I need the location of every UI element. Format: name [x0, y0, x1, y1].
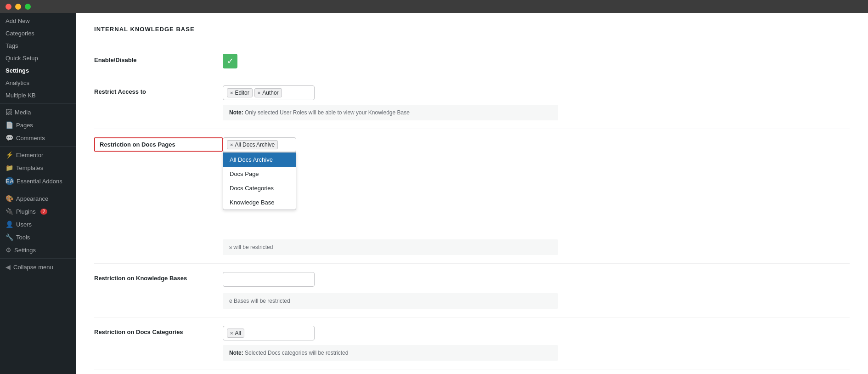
- docs-pages-dropdown-menu: All Docs Archive Docs Page Docs Categori…: [223, 152, 296, 210]
- dropdown-item-knowledge-base[interactable]: Knowledge Base: [223, 195, 296, 210]
- settings-label: Settings: [6, 67, 29, 74]
- users-icon: 👤: [6, 221, 13, 228]
- remove-editor-icon[interactable]: ×: [230, 90, 233, 96]
- sidebar-item-settings[interactable]: Settings: [0, 64, 76, 77]
- remove-author-icon[interactable]: ×: [258, 90, 260, 96]
- sidebar-item-settings2[interactable]: ⚙ Settings: [0, 244, 76, 256]
- remove-all-docs-archive-icon[interactable]: ×: [230, 142, 233, 147]
- dropdown-item-docs-categories-label: Docs Categories: [230, 185, 274, 192]
- tag-all-docs-archive: × All Docs Archive: [227, 140, 278, 149]
- comments-label: Comments: [16, 135, 45, 142]
- analytics-label: Analytics: [6, 79, 29, 86]
- restriction-kb-note: e Bases will be restricted: [223, 293, 558, 309]
- tag-all-docs-archive-label: All Docs Archive: [235, 142, 275, 148]
- plugins-badge: 2: [40, 209, 48, 215]
- sidebar-item-elementor[interactable]: ⚡ Elementor: [0, 148, 76, 161]
- restriction-kb-input[interactable]: [223, 272, 315, 287]
- restriction-kb-row: Restriction on Knowledge Bases e Bases w…: [94, 264, 850, 317]
- essential-addons-icon: EA: [6, 177, 14, 185]
- dropdown-item-all-docs-archive[interactable]: All Docs Archive: [223, 153, 296, 167]
- plugins-label: Plugins: [16, 208, 36, 215]
- docs-pages-note: s will be restricted: [223, 239, 558, 255]
- docs-pages-note-text: s will be restricted: [229, 244, 273, 250]
- dropdown-item-docs-categories[interactable]: Docs Categories: [223, 181, 296, 195]
- dropdown-item-docs-page-label: Docs Page: [230, 170, 259, 177]
- collapse-icon: ◀: [6, 263, 11, 271]
- sidebar: Add New Categories Tags Quick Setup Sett…: [0, 13, 76, 374]
- tags-label: Tags: [6, 42, 18, 49]
- sidebar-item-tags[interactable]: Tags: [0, 40, 76, 52]
- sidebar-item-comments[interactable]: 💬 Comments: [0, 131, 76, 144]
- multiple-kb-label: Multiple KB: [6, 92, 36, 99]
- collapse-label: Collapse menu: [13, 264, 53, 271]
- dropdown-item-knowledge-base-label: Knowledge Base: [230, 199, 275, 206]
- restriction-docs-pages-label: Restriction on Docs Pages: [94, 137, 223, 152]
- note-text: Only selected User Roles will be able to…: [245, 109, 410, 116]
- elementor-label: Elementor: [16, 152, 43, 159]
- sidebar-item-users[interactable]: 👤 Users: [0, 218, 76, 231]
- tag-editor: × Editor: [227, 88, 253, 97]
- tag-author: × Author: [254, 88, 282, 97]
- templates-label: Templates: [16, 164, 43, 171]
- sidebar-item-pages[interactable]: 📄 Pages: [0, 119, 76, 131]
- sidebar-item-categories[interactable]: Categories: [0, 27, 76, 40]
- sidebar-item-multiple-kb[interactable]: Multiple KB: [0, 89, 76, 102]
- note-strong-2: Note:: [229, 350, 243, 356]
- minimize-button[interactable]: [15, 4, 21, 10]
- pages-icon: 📄: [6, 121, 13, 129]
- sidebar-item-collapse[interactable]: ◀ Collapse menu: [0, 261, 76, 273]
- restrict-access-row: Restrict Access to × Editor × Author Not…: [94, 77, 850, 129]
- settings2-icon: ⚙: [6, 246, 11, 254]
- restrict-access-value: × Editor × Author Note: Only selected Us…: [223, 85, 850, 120]
- tools-icon: 🔧: [6, 233, 13, 241]
- enable-checkbox[interactable]: ✓: [223, 54, 237, 68]
- sidebar-item-media[interactable]: 🖼 Media: [0, 106, 76, 119]
- settings2-label: Settings: [14, 247, 36, 254]
- tag-editor-label: Editor: [235, 90, 249, 96]
- restrict-access-input[interactable]: × Editor × Author: [223, 85, 315, 100]
- comments-icon: 💬: [6, 134, 13, 142]
- maximize-button[interactable]: [25, 4, 31, 10]
- categories-label: Categories: [6, 30, 34, 37]
- elementor-icon: ⚡: [6, 151, 13, 159]
- sidebar-item-add-new[interactable]: Add New: [0, 15, 76, 27]
- docs-pages-tag-input[interactable]: × All Docs Archive: [223, 137, 296, 152]
- restriction-docs-categories-input[interactable]: × All: [223, 326, 315, 340]
- redirect-url-row: Redirect URL: [94, 369, 850, 374]
- enable-disable-label: Enable/Disable: [94, 54, 223, 63]
- sidebar-item-quick-setup[interactable]: Quick Setup: [0, 52, 76, 64]
- sidebar-item-essential-addons[interactable]: EA Essential Addons: [0, 174, 76, 188]
- restriction-docs-categories-row: Restriction on Docs Categories × All Not…: [94, 317, 850, 369]
- sidebar-divider-4: [0, 258, 76, 259]
- templates-icon: 📁: [6, 164, 13, 171]
- remove-all-icon[interactable]: ×: [230, 330, 233, 336]
- sidebar-item-appearance[interactable]: 🎨 Appearance: [0, 192, 76, 205]
- note-strong: Note:: [229, 109, 243, 116]
- sidebar-item-analytics[interactable]: Analytics: [0, 77, 76, 89]
- sidebar-item-templates[interactable]: 📁 Templates: [0, 161, 76, 174]
- app-body: Add New Categories Tags Quick Setup Sett…: [0, 13, 868, 374]
- restriction-kb-label: Restriction on Knowledge Bases: [94, 272, 223, 282]
- tools-label: Tools: [16, 234, 30, 241]
- sidebar-item-plugins[interactable]: 🔌 Plugins 2: [0, 205, 76, 218]
- restriction-docs-categories-label: Restriction on Docs Categories: [94, 326, 223, 335]
- enable-disable-value: ✓: [223, 54, 850, 68]
- sidebar-divider-3: [0, 190, 76, 190]
- essential-addons-label: Essential Addons: [17, 178, 62, 185]
- quick-setup-label: Quick Setup: [6, 55, 38, 62]
- enable-disable-row: Enable/Disable ✓: [94, 45, 850, 77]
- docs-pages-dropdown-wrapper: × All Docs Archive All Docs Archive Docs…: [223, 137, 296, 152]
- close-button[interactable]: [6, 4, 11, 10]
- restrict-access-note: Note: Only selected User Roles will be a…: [223, 105, 558, 120]
- restriction-docs-categories-note: Note: Selected Docs categories will be r…: [223, 345, 558, 361]
- sidebar-item-tools[interactable]: 🔧 Tools: [0, 231, 76, 244]
- appearance-label: Appearance: [16, 195, 48, 202]
- tag-author-label: Author: [262, 90, 278, 96]
- titlebar: [0, 0, 868, 13]
- restriction-docs-categories-note-text: Selected Docs categories will be restric…: [245, 350, 348, 356]
- dropdown-item-docs-page[interactable]: Docs Page: [223, 167, 296, 181]
- main-content: INTERNAL KNOWLEDGE BASE Enable/Disable ✓…: [76, 13, 868, 374]
- page-title: INTERNAL KNOWLEDGE BASE: [94, 26, 850, 33]
- restriction-docs-categories-value: × All Note: Selected Docs categories wil…: [223, 326, 850, 361]
- checkmark-icon: ✓: [227, 56, 234, 66]
